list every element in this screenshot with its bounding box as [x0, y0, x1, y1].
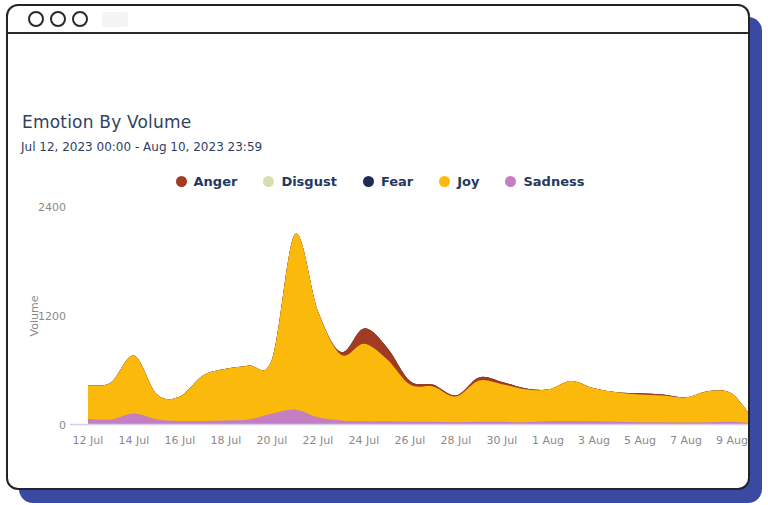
page-title: Emotion By Volume: [22, 112, 191, 132]
legend-item-anger[interactable]: Anger: [176, 174, 238, 189]
x-tick-label: 24 Jul: [349, 434, 380, 447]
app-window: Emotion By Volume Jul 12, 2023 00:00 - A…: [6, 4, 750, 490]
window-control-maximize-icon[interactable]: [72, 11, 88, 27]
chart-card: Emotion By Volume Jul 12, 2023 00:00 - A…: [8, 34, 748, 490]
legend-item-fear[interactable]: Fear: [363, 174, 413, 189]
legend-label: Anger: [194, 174, 238, 189]
window-control-close-icon[interactable]: [28, 11, 44, 27]
x-tick-label: 3 Aug: [578, 434, 610, 447]
date-range: Jul 12, 2023 00:00 - Aug 10, 2023 23:59: [21, 140, 262, 154]
x-tick-label: 26 Jul: [395, 434, 426, 447]
area-joy: [88, 234, 750, 425]
x-tick-label: 7 Aug: [670, 434, 702, 447]
titlebar-pill: [102, 12, 128, 27]
legend-label: Joy: [457, 174, 479, 189]
y-tick-label: 2400: [38, 201, 66, 214]
emotion-area-chart: 012002400Volume12 Jul14 Jul16 Jul18 Jul2…: [8, 192, 750, 454]
legend-label: Fear: [381, 174, 413, 189]
x-tick-label: 22 Jul: [303, 434, 334, 447]
legend-label: Disgust: [281, 174, 337, 189]
page: Emotion By Volume Jul 12, 2023 00:00 - A…: [0, 0, 768, 505]
legend-item-joy[interactable]: Joy: [439, 174, 479, 189]
legend-item-sadness[interactable]: Sadness: [505, 174, 584, 189]
x-tick-label: 1 Aug: [532, 434, 564, 447]
legend-dot-icon: [439, 176, 450, 187]
x-tick-label: 20 Jul: [257, 434, 288, 447]
legend-dot-icon: [363, 176, 374, 187]
legend-item-disgust[interactable]: Disgust: [263, 174, 337, 189]
x-tick-label: 18 Jul: [211, 434, 242, 447]
x-tick-label: 30 Jul: [487, 434, 518, 447]
x-tick-label: 16 Jul: [165, 434, 196, 447]
y-axis-title: Volume: [28, 295, 41, 336]
legend-label: Sadness: [523, 174, 584, 189]
legend-dot-icon: [263, 176, 274, 187]
window-control-minimize-icon[interactable]: [50, 11, 66, 27]
chart-legend: AngerDisgustFearJoySadness: [8, 174, 750, 189]
x-tick-label: 5 Aug: [624, 434, 656, 447]
y-tick-label: 1200: [38, 310, 66, 323]
x-tick-label: 9 Aug: [716, 434, 748, 447]
x-tick-label: 12 Jul: [73, 434, 104, 447]
x-tick-label: 28 Jul: [441, 434, 472, 447]
x-tick-label: 14 Jul: [119, 434, 150, 447]
window-titlebar: [8, 6, 748, 34]
y-tick-label: 0: [59, 419, 66, 432]
legend-dot-icon: [505, 176, 516, 187]
legend-dot-icon: [176, 176, 187, 187]
